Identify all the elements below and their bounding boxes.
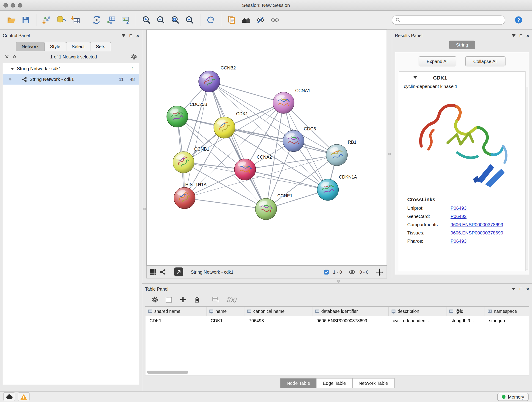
table-options-gear-icon[interactable]	[151, 296, 158, 303]
export-network-button[interactable]	[174, 268, 183, 276]
node-CCNB1[interactable]	[173, 152, 194, 173]
crosslink-link[interactable]: P06493	[451, 214, 467, 219]
node-CDKN1A[interactable]	[317, 179, 339, 201]
network-edge[interactable]	[209, 82, 284, 103]
birdseye-view-icon[interactable]	[160, 269, 166, 275]
network-edge[interactable]	[185, 198, 266, 209]
zoom-fit-button[interactable]	[168, 13, 183, 27]
memory-button[interactable]: Memory	[497, 393, 529, 401]
node-CDC6[interactable]	[283, 130, 304, 152]
crosslink-link[interactable]: 9606.ENSP00000378699	[451, 230, 503, 236]
crosslink-link[interactable]: P06493	[451, 206, 467, 211]
selected-checkbox-icon[interactable]	[324, 269, 329, 274]
table-cell[interactable]: P06493	[244, 316, 312, 326]
network-edge[interactable]	[185, 82, 209, 198]
gene-header[interactable]: CDK1	[399, 71, 525, 83]
table-cell[interactable]: cyclin-dependent ...	[389, 316, 447, 326]
float-panel-icon[interactable]: □	[129, 33, 132, 38]
tab-node-table[interactable]: Node Table	[280, 378, 317, 388]
zoom-out-button[interactable]	[154, 13, 168, 27]
tab-style[interactable]: Style	[44, 42, 66, 51]
export-image-button[interactable]	[118, 13, 133, 27]
horizontal-scrollbar[interactable]	[147, 371, 188, 374]
help-button[interactable]: ?	[511, 13, 526, 27]
zoom-in-button[interactable]	[139, 13, 154, 27]
node-HIST1H1A[interactable]	[174, 187, 195, 209]
collapse-panel-icon[interactable]	[122, 34, 126, 37]
collection-expand-icon[interactable]	[11, 68, 14, 70]
node-CCNB2[interactable]	[199, 71, 220, 92]
zoom-selected-button[interactable]	[183, 13, 197, 27]
delete-column-trash-icon[interactable]	[194, 296, 201, 303]
refresh-view-button[interactable]	[203, 13, 218, 27]
table-cell[interactable]: CDK1	[207, 316, 244, 326]
tab-edge-table[interactable]: Edge Table	[316, 378, 352, 388]
show-all-button[interactable]	[268, 13, 282, 27]
node-CDC25B[interactable]	[167, 106, 188, 127]
float-panel-icon[interactable]: □	[520, 287, 522, 291]
collapse-all-button[interactable]: Collapse All	[465, 56, 505, 66]
grid-view-icon[interactable]	[150, 269, 156, 275]
open-session-button[interactable]	[4, 13, 19, 27]
column-header[interactable]: description	[389, 307, 447, 316]
right-splitter[interactable]	[387, 30, 392, 279]
close-panel-icon[interactable]: ×	[136, 33, 139, 38]
show-columns-icon[interactable]	[165, 296, 173, 303]
tab-sets[interactable]: Sets	[90, 42, 111, 51]
column-header[interactable]: database identifier	[312, 307, 389, 316]
search-field[interactable]	[392, 15, 505, 25]
table-cell[interactable]: stringdb:9...	[447, 316, 485, 326]
left-splitter[interactable]	[142, 30, 146, 279]
expand-all-chevron-icon[interactable]	[5, 55, 9, 59]
warnings-button[interactable]	[18, 392, 30, 401]
crosslink-link[interactable]: P06493	[451, 239, 467, 244]
network-options-gear-icon[interactable]	[131, 53, 137, 60]
column-header[interactable]: namespace	[485, 307, 525, 316]
node-CDK1[interactable]	[214, 117, 235, 138]
copy-document-button[interactable]	[225, 13, 239, 27]
tab-string[interactable]: String	[449, 41, 475, 49]
tab-network-table[interactable]: Network Table	[352, 378, 394, 388]
table-cell[interactable]: stringdb	[485, 316, 525, 326]
network-collection-row[interactable]: String Network - cdk1 1	[3, 63, 139, 74]
cloud-status-button[interactable]	[3, 392, 15, 401]
node-CCNA1[interactable]	[273, 92, 294, 114]
network-edge[interactable]	[185, 155, 337, 198]
node-CCNA2[interactable]	[234, 159, 256, 180]
collapse-panel-icon[interactable]	[512, 34, 515, 37]
table-cell[interactable]: CDK1	[146, 316, 207, 326]
tab-network[interactable]: Network	[16, 42, 44, 51]
column-header[interactable]: shared name	[146, 307, 207, 316]
node-RB1[interactable]	[326, 144, 348, 166]
float-panel-icon[interactable]: □	[520, 33, 522, 38]
network-graph[interactable]: CCNB2CCNA1CDC25BCDK1CDC6RB1CCNB1CCNA2CDK…	[147, 30, 387, 266]
splitter-handle[interactable]	[143, 208, 146, 211]
collapse-all-chevron-icon[interactable]	[12, 55, 17, 59]
network-edge[interactable]	[209, 82, 266, 209]
hidden-eye-slash-icon[interactable]	[349, 269, 355, 274]
attach-table-button[interactable]	[104, 13, 118, 27]
network-row[interactable]: String Network - cdk1 11 48	[3, 74, 139, 85]
gene-collapse-icon[interactable]	[413, 76, 418, 79]
column-header[interactable]: name	[207, 307, 244, 316]
splitter-handle[interactable]	[388, 153, 391, 155]
close-panel-icon[interactable]: ×	[526, 286, 529, 292]
pan-crosshair-icon[interactable]	[376, 268, 383, 276]
import-network-from-file-button[interactable]	[40, 13, 54, 27]
add-column-icon[interactable]	[179, 296, 187, 303]
table-cell[interactable]: 9606.ENSP00000378699	[312, 316, 389, 326]
import-network-from-database-button[interactable]	[54, 13, 69, 27]
home-button[interactable]	[239, 13, 253, 27]
import-table-from-file-button[interactable]	[69, 13, 83, 27]
column-header[interactable]: @id	[447, 307, 485, 316]
column-header[interactable]: canonical name	[244, 307, 312, 316]
close-panel-icon[interactable]: ×	[526, 33, 529, 38]
node-CCNE1[interactable]	[255, 198, 277, 220]
expand-all-button[interactable]: Expand All	[418, 56, 456, 66]
hide-selected-button[interactable]	[253, 13, 268, 27]
splitter-handle[interactable]	[337, 280, 340, 283]
save-session-button[interactable]	[19, 13, 33, 27]
network-from-selection-button[interactable]	[89, 13, 104, 27]
results-scrollbar[interactable]	[526, 87, 528, 270]
collapse-panel-icon[interactable]	[512, 288, 515, 290]
